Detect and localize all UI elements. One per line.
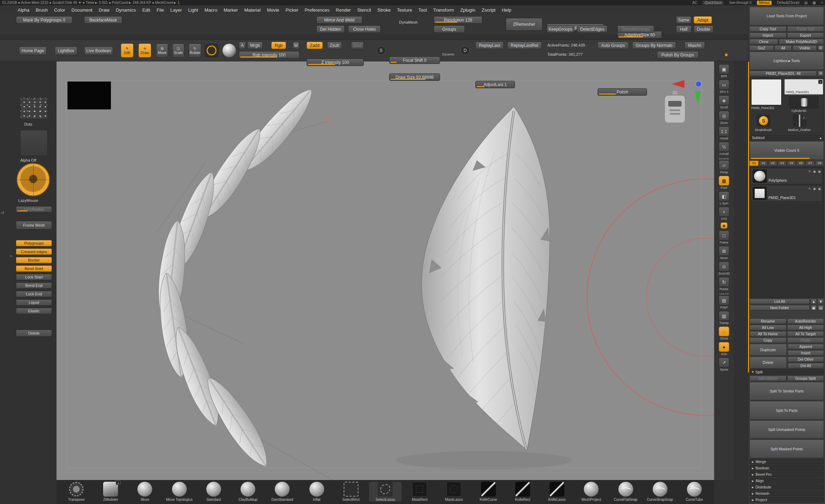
adjust-last-slider[interactable]: AdjustLast 1 — [475, 81, 515, 88]
shelf-item[interactable]: □ Frame — [715, 230, 733, 244]
brush-item[interactable]: SelectLasso — [369, 482, 402, 502]
same-button[interactable]: Same — [676, 16, 692, 24]
ac-label[interactable]: AC — [692, 1, 697, 5]
menu-item[interactable]: Transform — [431, 6, 457, 14]
menu-item[interactable]: Stencil — [354, 6, 374, 14]
polish-by-groups-button[interactable]: Polish By Groups — [657, 51, 699, 59]
goz-button[interactable]: GoZ — [749, 45, 774, 51]
mask-by-polygroups-slider[interactable]: Mask By Polygroups 0 — [16, 16, 72, 24]
shelf-item[interactable]: ↗ Xpose — [715, 358, 733, 371]
all-low-button[interactable]: All Low — [749, 325, 787, 330]
load-tools-from-project-button[interactable]: Load Tools From Project — [749, 7, 824, 25]
subtool-row[interactable]: ✎ ◉ ◉ PM3D_Plane3D1 — [751, 185, 823, 202]
curve-function-button[interactable]: Bend Start — [16, 265, 52, 272]
menu-item[interactable]: Material — [242, 6, 263, 14]
menu-item[interactable]: Document — [69, 6, 95, 14]
paint-icon[interactable]: ✎ — [808, 170, 811, 173]
split-section-header[interactable]: Split — [749, 369, 824, 375]
curve-function-button[interactable]: Liquid — [16, 299, 52, 306]
menu-item[interactable]: Help — [499, 6, 514, 14]
keep-groups-button[interactable]: KeepGroups — [547, 25, 574, 33]
panel-collapse-handle[interactable]: « — [10, 253, 12, 258]
brush-item[interactable]: SelectRect — [335, 482, 367, 502]
menus-button[interactable]: Menus — [756, 0, 772, 5]
shelf-item[interactable]: ◎ Zoom — [715, 111, 733, 125]
curve-function-button[interactable]: Border — [16, 257, 52, 263]
move-down-button[interactable]: ▼ — [818, 299, 824, 304]
brush-item[interactable]: MaskRect — [403, 482, 436, 502]
menu-item[interactable]: Movie — [264, 6, 282, 14]
rgb-intensity-slider[interactable]: Rgb Intensity 100 — [239, 51, 299, 59]
folder-icon-button[interactable]: ▣ — [811, 305, 817, 311]
shelf-item[interactable]: Dynamic ▱ Persp — [715, 157, 733, 174]
dock-icon[interactable]: ▦ — [813, 1, 816, 5]
m-button[interactable]: M — [292, 42, 299, 49]
paste-subtool-button[interactable]: Paste — [787, 337, 824, 343]
shelf-item[interactable]: + XYZ — [715, 207, 733, 221]
dynamesh-label[interactable]: DynaMesh — [399, 20, 418, 24]
brush-item[interactable]: ClayBuildup — [232, 482, 264, 502]
current-material-button[interactable] — [222, 44, 236, 57]
lazy-radius-slider[interactable]: LazyRadius — [16, 206, 52, 212]
detect-edges-button[interactable]: DetectEdges — [577, 25, 607, 33]
move-mode-button[interactable]: ⊞Move — [156, 43, 168, 58]
nav-gizmo[interactable] — [665, 80, 701, 123]
shelf-item[interactable]: Line Fill ▤ PolyF — [715, 293, 733, 309]
menu-item[interactable]: Render — [333, 6, 354, 14]
split-to-parts-button[interactable]: Split To Parts — [749, 401, 824, 420]
insert-button[interactable]: Insert — [788, 350, 824, 356]
subtool-view-tab[interactable]: V6 — [796, 161, 806, 166]
cylinder3d-thumb[interactable] — [789, 96, 818, 108]
z-intensity-slider[interactable]: Z Intensity 100 — [307, 59, 364, 66]
subtool-view-tab[interactable]: V3 — [768, 161, 777, 166]
quicksave-button[interactable]: QuickSave — [702, 0, 724, 5]
brush-item[interactable]: 1 ZModeler — [94, 482, 127, 502]
menu-item[interactable]: Picker — [283, 6, 301, 14]
section-header-button[interactable]: ▸Bevel Pro — [749, 472, 824, 477]
brush-item[interactable]: Inflat — [301, 482, 333, 502]
groups-by-normals-button[interactable]: Groups By Normals — [632, 42, 676, 49]
duplicate-button[interactable]: Duplicate — [749, 344, 787, 356]
curve-function-button[interactable]: Bend End — [16, 282, 52, 289]
draw-mode-button[interactable]: ✛Draw — [138, 43, 151, 58]
viewport-canvas[interactable] — [57, 61, 714, 480]
rename-button[interactable]: Rename — [749, 318, 787, 324]
subtool-view-tab[interactable]: V4 — [778, 161, 787, 166]
shelf-item[interactable]: 1:1 Actual — [715, 126, 733, 140]
default-zscript-label[interactable]: DefaultZScript — [777, 1, 799, 5]
axis-z-dot[interactable] — [696, 81, 701, 87]
section-header-button[interactable]: ▸Boolean — [749, 465, 824, 471]
split-unmasked-points-button[interactable]: Split Unmasked Points — [749, 420, 824, 439]
eye-icon[interactable]: ◉ — [818, 170, 821, 173]
brush-item[interactable]: Move Topologica — [163, 482, 196, 502]
menu-item[interactable]: Preferences — [302, 6, 332, 14]
brush-item[interactable]: MaskLasso — [438, 482, 470, 502]
zcut-button[interactable]: Zcut — [351, 42, 364, 49]
shelf-item[interactable]: ◉ — [715, 222, 733, 229]
menu-item[interactable]: Alpha — [15, 6, 32, 14]
medium-feather-thumb[interactable]: 4 — [793, 115, 806, 127]
del-other-button[interactable]: Del Other — [788, 356, 824, 362]
shelf-item[interactable]: ▨ Transp — [715, 311, 733, 325]
r-button[interactable]: R — [818, 45, 824, 51]
smooth-groups-button[interactable]: SmoothGroups — [617, 25, 654, 33]
edit-mode-button[interactable]: ✎Edit — [121, 43, 133, 58]
goz-visible-button[interactable]: Visible — [793, 45, 817, 51]
panel-scrollbar[interactable] — [748, 62, 749, 372]
adapt-button[interactable]: Adapt — [694, 16, 712, 24]
menu-item[interactable]: Tool — [416, 6, 430, 14]
shelf-item[interactable]: ½ AAHalf — [715, 142, 733, 156]
import-button[interactable]: Import — [749, 32, 787, 38]
brush-item[interactable]: KnifeRect — [506, 482, 539, 502]
mirror-and-weld-button[interactable]: Mirror And Weld — [316, 16, 362, 24]
eye-icon[interactable]: ◉ — [818, 187, 821, 191]
menu-item[interactable]: File — [154, 6, 167, 14]
split-hidden-button[interactable]: Split Hidden — [749, 376, 787, 381]
scale-mode-button[interactable]: ◲Scale — [172, 43, 184, 58]
menu-item[interactable]: Macro — [202, 6, 220, 14]
paste-tool-button[interactable]: Paste Tool — [787, 26, 824, 32]
subtool-view-tab[interactable]: V2 — [759, 161, 768, 166]
section-header-button[interactable]: ▸Remesh — [749, 491, 824, 496]
focal-shift-slider[interactable]: Focal Shift 0 — [389, 56, 440, 64]
delete-subtool-button[interactable]: Delete — [749, 356, 787, 368]
